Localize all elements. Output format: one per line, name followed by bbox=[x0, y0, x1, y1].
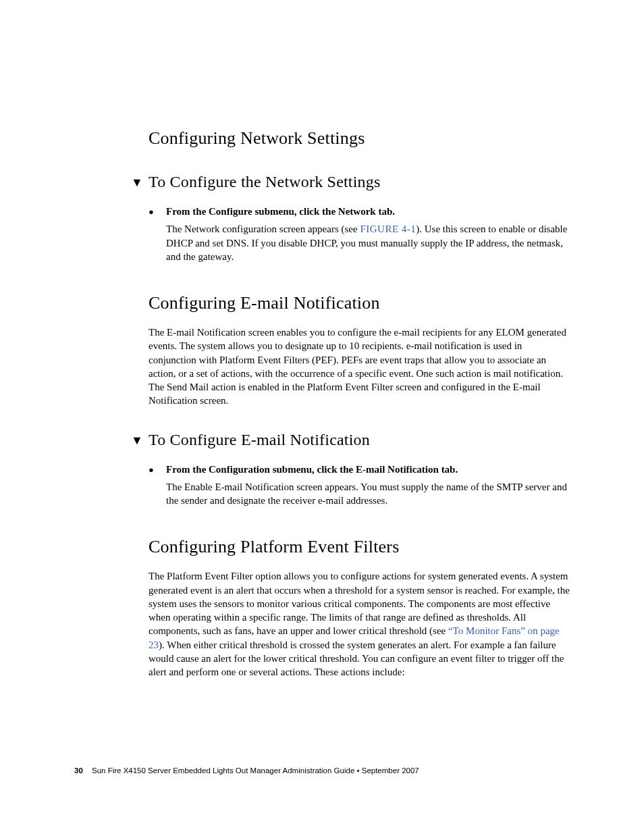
page-footer: 30 Sun Fire X4150 Server Embedded Lights… bbox=[74, 766, 419, 775]
procedure-configure-network-settings: ▼ To Configure the Network Settings bbox=[131, 173, 570, 191]
step-item: ● From the Configuration submenu, click … bbox=[149, 463, 570, 508]
figure-reference-link[interactable]: FIGURE 4-1 bbox=[360, 224, 416, 234]
paragraph: The E-mail Notification screen enables y… bbox=[149, 325, 570, 408]
heading-configuring-email-notification: Configuring E-mail Notification bbox=[149, 293, 570, 313]
paragraph: The Platform Event Filter option allows … bbox=[149, 569, 570, 679]
procedure-heading: To Configure E-mail Notification bbox=[149, 431, 570, 449]
step-text: From the Configuration submenu, click th… bbox=[166, 463, 570, 476]
page-number: 30 bbox=[74, 766, 83, 775]
body-text: The Network configuration screen appears… bbox=[166, 224, 360, 234]
heading-configuring-network-settings: Configuring Network Settings bbox=[149, 128, 570, 149]
step-text: From the Configure submenu, click the Ne… bbox=[166, 205, 570, 218]
procedure-configure-email-notification: ▼ To Configure E-mail Notification bbox=[131, 431, 570, 449]
page: Configuring Network Settings ▼ To Config… bbox=[0, 0, 644, 679]
paragraph-text: ). When either critical threshold is cro… bbox=[149, 640, 564, 678]
step-item: ● From the Configure submenu, click the … bbox=[149, 205, 570, 263]
step-body: The Enable E-mail Notification screen ap… bbox=[166, 480, 570, 508]
procedure-heading: To Configure the Network Settings bbox=[149, 173, 570, 191]
footer-title: Sun Fire X4150 Server Embedded Lights Ou… bbox=[92, 766, 419, 775]
triangle-down-icon: ▼ bbox=[131, 434, 143, 448]
step-body: The Network configuration screen appears… bbox=[166, 222, 570, 263]
content-column: Configuring Network Settings ▼ To Config… bbox=[149, 128, 570, 679]
bullet-icon: ● bbox=[149, 465, 154, 475]
triangle-down-icon: ▼ bbox=[131, 176, 143, 190]
heading-configuring-platform-event-filters: Configuring Platform Event Filters bbox=[149, 537, 570, 557]
bullet-icon: ● bbox=[149, 207, 154, 217]
